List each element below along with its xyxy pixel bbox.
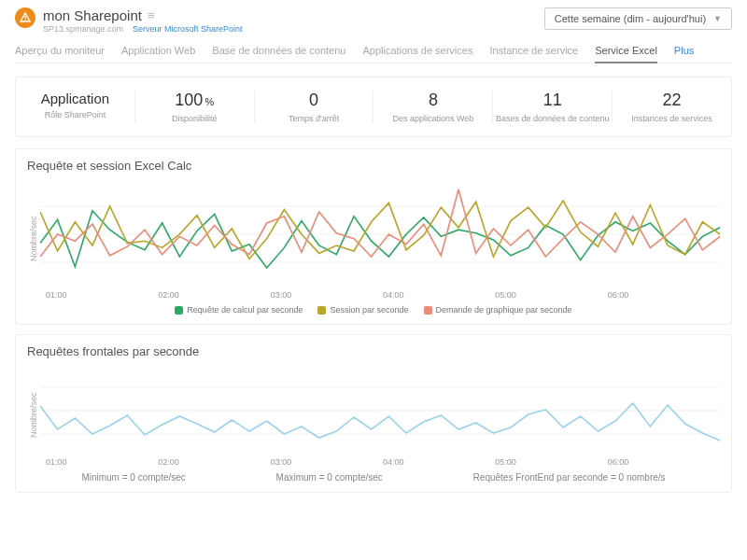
- stat-0: ApplicationRôle SharePoint: [16, 91, 135, 123]
- chart-title: Requêtes frontales par seconde: [27, 344, 720, 358]
- host-label: SP13.spmanage.com: [43, 24, 123, 34]
- stat-suffix: %: [204, 96, 214, 107]
- stat-label: Temps d'arrêt: [255, 114, 374, 123]
- time-range-select[interactable]: Cette semaine (dim - aujourd'hui) ▼: [544, 7, 732, 30]
- charts-container: Requête et session Excel CalcNombre/sec0…: [15, 148, 732, 493]
- warning-icon: [15, 7, 35, 28]
- server-link[interactable]: Serveur Microsoft SharePoint: [133, 24, 243, 34]
- xtick: 03:00: [271, 290, 383, 300]
- legend-label: Demande de graphique par seconde: [436, 305, 572, 315]
- legend-label: Session par seconde: [330, 305, 408, 315]
- xtick: 03:00: [271, 457, 383, 467]
- chart-legend: Requête de calcul par secondeSession par…: [27, 305, 720, 315]
- stat-5: 22Instances de services: [613, 91, 731, 123]
- xtick: 05:00: [495, 290, 607, 300]
- series-line: [40, 403, 720, 441]
- stat-label: Bases de données de contenu: [493, 114, 612, 123]
- chart-ylabel: Nombre/sec: [27, 364, 40, 467]
- menu-icon[interactable]: ≡: [148, 8, 155, 22]
- tab-3[interactable]: Applications de services: [362, 45, 472, 57]
- legend-swatch: [317, 306, 326, 315]
- tab-5[interactable]: Service Excel: [595, 45, 657, 63]
- stat-3: 8Des applications Web: [374, 91, 493, 123]
- tabs: Aperçu du moniteurApplication WebBase de…: [15, 39, 732, 63]
- stat-label: Rôle SharePoint: [16, 110, 134, 119]
- legend-item: Demande de graphique par seconde: [424, 305, 572, 315]
- stat-value: Application: [16, 91, 134, 106]
- series-line: [40, 201, 720, 259]
- chart-card-1: Requêtes frontales par secondeNombre/sec…: [15, 334, 732, 493]
- header: mon Sharepoint ≡ SP13.spmanage.com Serve…: [15, 7, 732, 34]
- chart-plot: 01:0002:0003:0004:0005:0006:00: [40, 364, 720, 467]
- page-title-text: mon Sharepoint: [43, 7, 142, 23]
- series-line: [40, 211, 720, 268]
- chart-substats: Minimum = 0 compte/secMaximum = 0 compte…: [27, 472, 720, 483]
- xtick: 02:00: [158, 457, 270, 467]
- stat-label: Des applications Web: [374, 114, 492, 123]
- chart-card-0: Requête et session Excel CalcNombre/sec0…: [15, 148, 732, 325]
- stat-label: Disponibilité: [135, 114, 254, 123]
- stat-value: 8: [374, 91, 492, 110]
- stat-value: 100%: [135, 91, 254, 110]
- stat-value: 11: [493, 91, 612, 110]
- chart-xticks: 01:0002:0003:0004:0005:0006:00: [40, 457, 720, 467]
- content: ApplicationRôle SharePoint100%Disponibil…: [15, 63, 732, 493]
- chart-plot: 01:0002:0003:0004:0005:0006:00: [40, 178, 720, 300]
- substat: Requêtes FrontEnd par seconde = 0 nombre…: [473, 472, 666, 483]
- time-range-label: Cette semaine (dim - aujourd'hui): [555, 13, 706, 24]
- xtick: 01:00: [46, 290, 158, 300]
- xtick: 06:00: [608, 457, 720, 467]
- stat-1: 100%Disponibilité: [135, 91, 255, 123]
- chart-ylabel: Nombre/sec: [27, 178, 40, 300]
- tab-1[interactable]: Application Web: [121, 45, 195, 57]
- chart-xticks: 01:0002:0003:0004:0005:0006:00: [40, 290, 720, 300]
- chart-wrap: Nombre/sec01:0002:0003:0004:0005:0006:00: [27, 178, 720, 300]
- xtick: 04:00: [383, 290, 495, 300]
- stat-label: Instances de services: [613, 114, 731, 123]
- legend-label: Requête de calcul par seconde: [187, 305, 303, 315]
- xtick: 06:00: [608, 290, 720, 300]
- xtick: 04:00: [383, 457, 495, 467]
- stat-4: 11Bases de données de contenu: [493, 91, 613, 123]
- substat: Maximum = 0 compte/sec: [276, 472, 383, 483]
- stat-value: 0: [255, 91, 374, 110]
- tab-4[interactable]: Instance de service: [489, 45, 578, 57]
- tab-0[interactable]: Aperçu du moniteur: [15, 45, 105, 57]
- legend-item: Session par seconde: [317, 305, 408, 315]
- chevron-down-icon: ▼: [713, 14, 722, 23]
- tab-6[interactable]: Plus: [674, 45, 694, 57]
- xtick: 05:00: [495, 457, 607, 467]
- xtick: 02:00: [158, 290, 270, 300]
- legend-item: Requête de calcul par seconde: [175, 305, 303, 315]
- legend-swatch: [424, 306, 432, 315]
- stat-value: 22: [613, 91, 731, 110]
- title-block: mon Sharepoint ≡ SP13.spmanage.com Serve…: [15, 7, 243, 34]
- page-title: mon Sharepoint ≡: [43, 7, 243, 23]
- chart-wrap: Nombre/sec01:0002:0003:0004:0005:0006:00: [27, 364, 720, 467]
- svg-point-1: [24, 20, 25, 21]
- page-root: mon Sharepoint ≡ SP13.spmanage.com Serve…: [0, 0, 747, 510]
- tab-2[interactable]: Base de données de contenu: [212, 45, 345, 57]
- stats-card: ApplicationRôle SharePoint100%Disponibil…: [15, 77, 732, 137]
- legend-swatch: [175, 306, 183, 315]
- chart-title: Requête et session Excel Calc: [27, 159, 720, 173]
- xtick: 01:00: [46, 457, 158, 467]
- stat-2: 0Temps d'arrêt: [255, 91, 374, 123]
- substat: Minimum = 0 compte/sec: [81, 472, 185, 483]
